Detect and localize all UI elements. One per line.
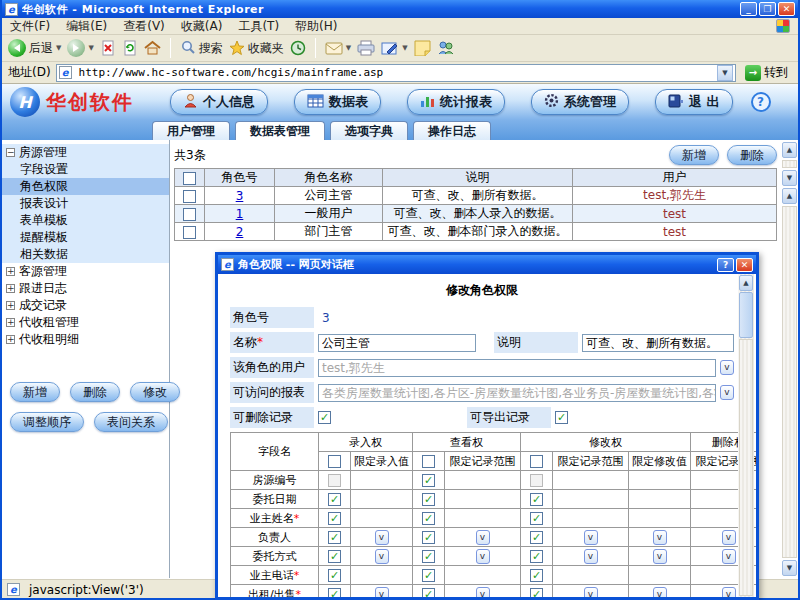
- scroll-up-icon[interactable]: ▲: [782, 142, 797, 158]
- scroll-down-icon[interactable]: ▼: [782, 560, 797, 576]
- sidebar-item-相关数据[interactable]: 相关数据: [2, 246, 169, 263]
- menu-item[interactable]: 工具(T): [238, 18, 279, 35]
- modify-checkbox[interactable]: ✓: [530, 512, 543, 525]
- sidebar-item-提醒模板[interactable]: 提醒模板: [2, 229, 169, 246]
- help-icon[interactable]: ?: [751, 92, 771, 112]
- entry-checkbox[interactable]: ✓: [328, 588, 341, 597]
- mail-dropdown-icon[interactable]: ▼: [346, 44, 351, 52]
- view-checkbox[interactable]: ✓: [422, 512, 435, 525]
- forward-button[interactable]: ▼: [67, 39, 93, 57]
- sidebar-button-删除[interactable]: 删除: [70, 382, 120, 402]
- modify-select-all-checkbox[interactable]: [530, 455, 543, 468]
- favorites-button[interactable]: 收藏夹: [229, 40, 284, 57]
- tree-collapse-icon[interactable]: −: [6, 148, 15, 157]
- back-dropdown-icon[interactable]: ▼: [56, 44, 61, 52]
- action-button-删除[interactable]: 删除: [727, 145, 777, 165]
- scroll-down-icon[interactable]: ▼: [782, 170, 797, 186]
- sidebar-item-客源管理[interactable]: +客源管理: [2, 263, 169, 280]
- modify-checkbox[interactable]: ✓: [530, 531, 543, 544]
- history-button[interactable]: [290, 40, 306, 56]
- delete-range-dropdown-icon[interactable]: v: [722, 530, 736, 545]
- tree-expand-icon[interactable]: +: [6, 267, 15, 276]
- entry-checkbox[interactable]: ✓: [328, 531, 341, 544]
- nav-button-1[interactable]: 个人信息: [170, 89, 268, 115]
- modify-checkbox[interactable]: ✓: [530, 493, 543, 506]
- sidebar-button-调整顺序[interactable]: 调整顺序: [10, 412, 84, 432]
- sidebar-item-报表设计[interactable]: 报表设计: [2, 195, 169, 212]
- modify-checkbox[interactable]: ✓: [530, 550, 543, 563]
- sidebar-item-字段设置[interactable]: 字段设置: [2, 161, 169, 178]
- row-checkbox[interactable]: [183, 190, 196, 203]
- tab-数据表管理[interactable]: 数据表管理: [235, 121, 325, 140]
- role-id-link[interactable]: 2: [236, 225, 244, 239]
- tree-expand-icon[interactable]: +: [6, 318, 15, 327]
- row-checkbox[interactable]: [183, 208, 196, 221]
- view-range-dropdown-icon[interactable]: v: [476, 530, 490, 545]
- role-id-link[interactable]: 3: [236, 189, 244, 203]
- row-checkbox[interactable]: [183, 226, 196, 239]
- modify-checkbox[interactable]: [530, 474, 543, 487]
- role-users-combo[interactable]: test,郭先生: [318, 359, 716, 377]
- refresh-button[interactable]: [122, 40, 138, 56]
- sidebar-item-代收租明细[interactable]: +代收租明细: [2, 331, 169, 348]
- view-select-all-checkbox[interactable]: [422, 455, 435, 468]
- edit-dropdown-icon[interactable]: ▼: [402, 44, 407, 52]
- scroll-track[interactable]: [739, 339, 753, 596]
- entry-limit-dropdown-icon[interactable]: v: [375, 530, 389, 545]
- entry-checkbox[interactable]: ✓: [328, 493, 341, 506]
- scroll-track[interactable]: [782, 160, 797, 168]
- sidebar-button-新增[interactable]: 新增: [10, 382, 60, 402]
- desc-input[interactable]: 可查、改、删所有数据。: [582, 334, 734, 352]
- view-checkbox[interactable]: ✓: [422, 493, 435, 506]
- menu-item[interactable]: 文件(F): [10, 18, 50, 35]
- home-button[interactable]: [144, 40, 161, 56]
- menu-item[interactable]: 查看(V): [123, 18, 165, 35]
- nav-button-5[interactable]: 退 出: [655, 89, 733, 115]
- print-button[interactable]: [357, 40, 375, 56]
- menu-item[interactable]: 收藏(A): [181, 18, 223, 35]
- modify-range-dropdown-icon[interactable]: v: [584, 549, 598, 564]
- can-delete-checkbox[interactable]: ✓: [318, 411, 331, 424]
- role-users-dropdown-icon[interactable]: v: [720, 360, 734, 375]
- view-checkbox[interactable]: ✓: [422, 569, 435, 582]
- view-range-dropdown-icon[interactable]: v: [476, 549, 490, 564]
- entry-select-all-checkbox[interactable]: [328, 455, 341, 468]
- reports-dropdown-icon[interactable]: v: [720, 385, 734, 400]
- entry-checkbox[interactable]: ✓: [328, 569, 341, 582]
- menu-item[interactable]: 帮助(H): [295, 18, 337, 35]
- tab-用户管理[interactable]: 用户管理: [152, 121, 230, 140]
- sidebar-button-表间关系[interactable]: 表间关系: [94, 412, 168, 432]
- select-all-checkbox[interactable]: [183, 172, 196, 185]
- tab-选项字典[interactable]: 选项字典: [330, 121, 408, 140]
- role-id-link[interactable]: 1: [236, 207, 244, 221]
- back-button[interactable]: 后退 ▼: [8, 39, 61, 57]
- entry-checkbox[interactable]: [328, 474, 341, 487]
- close-button[interactable]: ✕: [778, 2, 795, 16]
- mail-button[interactable]: ▼: [325, 41, 351, 55]
- entry-limit-dropdown-icon[interactable]: v: [375, 549, 389, 564]
- address-input[interactable]: e http://www.hc-software.com/hcgis/mainf…: [56, 64, 736, 82]
- can-export-checkbox[interactable]: ✓: [555, 411, 568, 424]
- tree-expand-icon[interactable]: +: [6, 284, 15, 293]
- modify-limit-dropdown-icon[interactable]: v: [653, 587, 667, 598]
- tree-expand-icon[interactable]: +: [6, 301, 15, 310]
- tab-操作日志[interactable]: 操作日志: [413, 121, 491, 140]
- modify-limit-dropdown-icon[interactable]: v: [653, 530, 667, 545]
- scroll-up-icon[interactable]: ▲: [739, 275, 753, 291]
- discuss-button[interactable]: [414, 40, 431, 56]
- view-checkbox[interactable]: ✓: [422, 588, 435, 597]
- dialog-help-button[interactable]: ?: [717, 258, 734, 272]
- tree-expand-icon[interactable]: +: [6, 335, 15, 344]
- forward-dropdown-icon[interactable]: ▼: [88, 44, 93, 52]
- scroll-thumb[interactable]: [739, 292, 753, 338]
- view-range-dropdown-icon[interactable]: v: [476, 587, 490, 598]
- search-button[interactable]: 搜索: [180, 40, 223, 57]
- stop-button[interactable]: [100, 40, 116, 56]
- modify-checkbox[interactable]: ✓: [530, 588, 543, 597]
- name-input[interactable]: 公司主管: [318, 334, 476, 352]
- edit-button[interactable]: ▼: [381, 41, 407, 56]
- entry-checkbox[interactable]: ✓: [328, 550, 341, 563]
- delete-range-dropdown-icon[interactable]: v: [722, 549, 736, 564]
- modify-range-dropdown-icon[interactable]: v: [584, 530, 598, 545]
- sidebar-item-代收租管理[interactable]: +代收租管理: [2, 314, 169, 331]
